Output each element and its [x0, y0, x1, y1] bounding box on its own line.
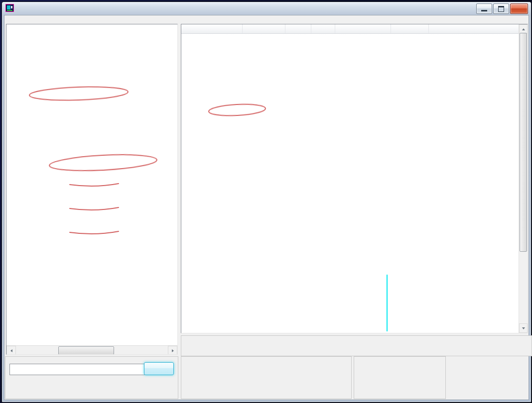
header-stream-type[interactable] — [243, 24, 285, 33]
tree-horizontal-scrollbar[interactable] — [6, 345, 177, 354]
header-pid[interactable] — [181, 24, 243, 33]
pid-table-header[interactable] — [181, 24, 519, 34]
arrow-right-icon — [172, 349, 174, 352]
table-scrollbar-thumb[interactable] — [520, 33, 527, 252]
close-button[interactable] — [510, 3, 528, 14]
si-tree-panel — [6, 24, 178, 355]
header-percent[interactable] — [391, 24, 429, 33]
pid-table — [181, 24, 519, 333]
tree-scrollbar-thumb[interactable] — [58, 346, 114, 355]
pid-table-panel — [181, 24, 528, 333]
header-missing[interactable] — [311, 24, 335, 33]
search-input[interactable] — [9, 364, 145, 375]
si-tree — [6, 24, 177, 346]
arrow-up-icon — [522, 28, 525, 30]
search-button[interactable] — [144, 362, 174, 375]
scroll-down-button[interactable] — [519, 323, 528, 333]
minimize-button[interactable] — [476, 3, 492, 14]
app-icon — [5, 4, 14, 12]
status-panel-middle — [181, 356, 352, 399]
search-panel — [5, 356, 178, 399]
scroll-left-button[interactable] — [6, 346, 16, 355]
stream-stats — [448, 356, 528, 402]
header-filler — [429, 24, 519, 33]
maximize-button[interactable] — [493, 3, 509, 14]
arrow-down-icon — [522, 327, 525, 329]
scroll-right-button[interactable] — [168, 346, 177, 355]
arrow-left-icon — [10, 349, 12, 352]
header-packets[interactable] — [285, 24, 311, 33]
window-controls — [476, 3, 528, 14]
header-data-rate[interactable] — [335, 24, 391, 33]
status-panel-empty — [354, 356, 446, 399]
cyan-marker-line — [387, 275, 388, 331]
table-counts-summary — [181, 335, 532, 356]
table-vertical-scrollbar[interactable] — [519, 24, 528, 333]
